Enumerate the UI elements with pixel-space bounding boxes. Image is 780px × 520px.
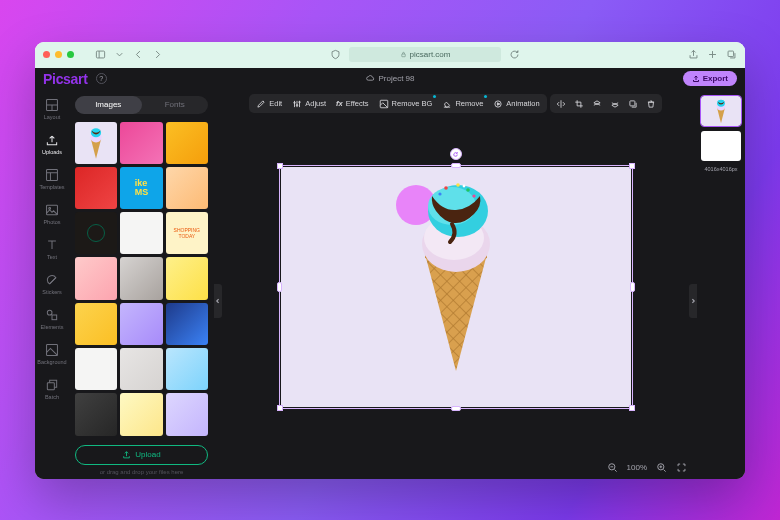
chevron-down-icon[interactable] [113, 49, 125, 61]
resize-handle-bl[interactable] [277, 405, 283, 411]
tool-removebg[interactable]: Remove BG [374, 94, 438, 113]
context-toolbar: Edit Adjust fxEffects Remove BG Remove A… [214, 90, 697, 118]
share-icon[interactable] [687, 49, 699, 61]
canvas-stage[interactable] [214, 118, 697, 457]
app-logo: Picsart [43, 71, 88, 87]
rail-photos[interactable]: Photos [35, 201, 69, 227]
tabs-icon[interactable] [725, 49, 737, 61]
upload-hint: or drag and drop your files here [75, 469, 208, 475]
svg-point-14 [47, 310, 52, 315]
layer-thumb-1[interactable] [701, 96, 741, 126]
resize-handle-t[interactable] [451, 163, 461, 168]
thumb-item[interactable] [75, 212, 117, 254]
zoom-in-button[interactable] [655, 462, 667, 474]
collapse-left[interactable] [214, 284, 222, 318]
thumb-item[interactable] [166, 303, 208, 345]
svg-line-50 [663, 470, 665, 472]
collapse-right[interactable] [689, 284, 697, 318]
thumb-item[interactable] [75, 167, 117, 209]
fit-screen-button[interactable] [675, 462, 687, 474]
zoom-level: 100% [627, 463, 647, 472]
tool-delete[interactable] [642, 94, 660, 113]
tab-fonts[interactable]: Fonts [142, 96, 209, 114]
tool-adjust[interactable]: Adjust [287, 94, 331, 113]
tool-effects[interactable]: fxEffects [331, 94, 373, 113]
help-button[interactable]: ? [96, 73, 107, 84]
thumb-item[interactable] [120, 348, 162, 390]
resize-handle-l[interactable] [277, 282, 282, 292]
forward-icon[interactable] [151, 49, 163, 61]
tool-animation[interactable]: Animation [488, 94, 544, 113]
tool-crop[interactable] [570, 94, 588, 113]
thumb-item[interactable] [166, 167, 208, 209]
rail-background[interactable]: Background [35, 341, 69, 367]
rail-uploads[interactable]: Uploads [35, 131, 69, 157]
thumb-item[interactable] [120, 303, 162, 345]
resize-handle-tr[interactable] [629, 163, 635, 169]
rail-stickers[interactable]: Stickers [35, 271, 69, 297]
new-tab-icon[interactable] [706, 49, 718, 61]
upload-button[interactable]: Upload [75, 445, 208, 465]
svg-rect-17 [47, 382, 54, 389]
tool-layer-down[interactable] [606, 94, 624, 113]
tool-edit[interactable]: Edit [251, 94, 287, 113]
layer-thumb-2[interactable] [701, 131, 741, 161]
canvas-area: Edit Adjust fxEffects Remove BG Remove A… [214, 90, 697, 479]
export-icon [692, 75, 700, 83]
resize-handle-tl[interactable] [277, 163, 283, 169]
zoom-out-button[interactable] [607, 462, 619, 474]
layers-panel: 4016x4016px [697, 90, 745, 479]
layer-size-label: 4016x4016px [701, 166, 741, 172]
lock-icon [400, 51, 407, 58]
svg-point-55 [717, 99, 725, 106]
shield-icon[interactable] [330, 49, 342, 61]
tool-remove[interactable]: Remove [437, 94, 488, 113]
sidebar-toggle-icon[interactable] [94, 49, 106, 61]
rail-elements[interactable]: Elements [35, 306, 69, 332]
project-name[interactable]: Project 98 [365, 74, 414, 83]
export-button[interactable]: Export [683, 71, 737, 86]
resize-handle-br[interactable] [629, 405, 635, 411]
rail-batch[interactable]: Batch [35, 376, 69, 402]
rail-text[interactable]: Text [35, 236, 69, 262]
thumb-item[interactable] [166, 257, 208, 299]
thumb-item[interactable] [75, 122, 117, 164]
thumb-item[interactable] [120, 212, 162, 254]
panel-tabs: Images Fonts [75, 96, 208, 114]
thumb-item[interactable] [120, 122, 162, 164]
thumb-item[interactable] [75, 257, 117, 299]
thumb-item[interactable] [166, 348, 208, 390]
app-shell: Picsart ? Project 98 Export Layout Uploa… [35, 68, 745, 479]
address-bar[interactable]: picsart.com [349, 47, 502, 62]
thumb-item[interactable] [166, 122, 208, 164]
thumb-item[interactable] [75, 303, 117, 345]
svg-rect-2 [401, 54, 405, 57]
tool-layer-up[interactable] [588, 94, 606, 113]
traffic-light-minimize[interactable] [55, 51, 62, 58]
traffic-light-maximize[interactable] [67, 51, 74, 58]
rail-layout[interactable]: Layout [35, 96, 69, 122]
refresh-icon[interactable] [508, 49, 520, 61]
thumb-item[interactable] [75, 393, 117, 435]
thumb-item[interactable] [166, 393, 208, 435]
upload-icon [122, 450, 131, 459]
traffic-light-close[interactable] [43, 51, 50, 58]
thumb-item[interactable]: ikeMS [120, 167, 162, 209]
thumb-item[interactable] [120, 257, 162, 299]
thumb-item[interactable] [120, 393, 162, 435]
tool-duplicate[interactable] [624, 94, 642, 113]
rotate-handle[interactable] [450, 148, 462, 160]
svg-rect-9 [47, 169, 58, 180]
tab-images[interactable]: Images [75, 96, 142, 114]
svg-point-13 [49, 207, 51, 209]
thumb-item[interactable]: SHOPPINGTODAY [166, 212, 208, 254]
thumb-item[interactable] [75, 348, 117, 390]
svg-rect-31 [630, 100, 635, 105]
resize-handle-r[interactable] [630, 282, 635, 292]
tool-flip[interactable] [552, 94, 570, 113]
artboard[interactable] [281, 167, 631, 407]
svg-rect-5 [728, 51, 734, 57]
back-icon[interactable] [132, 49, 144, 61]
rail-templates[interactable]: Templates [35, 166, 69, 192]
resize-handle-b[interactable] [451, 406, 461, 411]
